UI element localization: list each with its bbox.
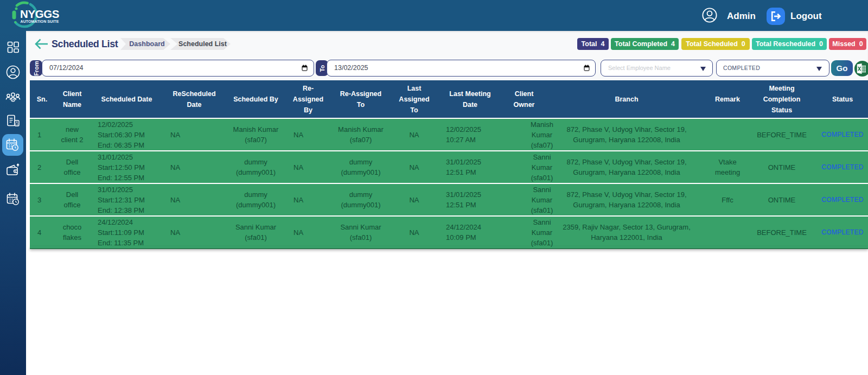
svg-text:AUTOMATION SUITE: AUTOMATION SUITE xyxy=(21,20,59,23)
svg-text:NYGGS: NYGGS xyxy=(20,8,59,20)
